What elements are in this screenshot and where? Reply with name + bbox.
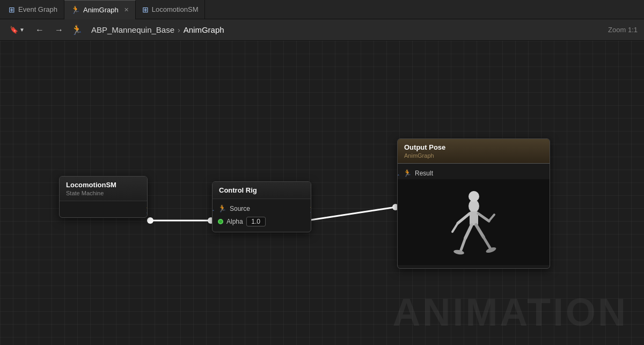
dropdown-arrow: ▼: [19, 27, 25, 33]
source-pin-label: Source: [230, 205, 250, 212]
result-in-connector: 🏃: [397, 169, 400, 178]
tab-bar: ⊞ Event Graph 🏃 AnimGraph ✕ ⊞ Locomotion…: [0, 0, 644, 19]
alpha-pin-label: Alpha: [226, 218, 243, 225]
source-pin-icon: 🏃: [218, 204, 226, 212]
output-pose-node-subtitle: AnimGraph: [404, 152, 543, 159]
anim-graph-icon: 🏃: [71, 5, 80, 14]
svg-line-16: [484, 237, 490, 248]
tab-anim-graph[interactable]: 🏃 AnimGraph ✕: [64, 0, 136, 19]
svg-line-13: [465, 225, 472, 238]
svg-point-7: [469, 191, 479, 202]
result-pin-label: Result: [415, 170, 433, 177]
result-pin-icon: 🏃: [403, 169, 412, 177]
alpha-value-input[interactable]: [246, 217, 266, 226]
breadcrumb-separator: ›: [178, 26, 180, 34]
source-in-connector: 🏃: [212, 204, 215, 213]
locomotion-pose-out-pin: 🏃: [144, 205, 148, 214]
locomotion-pose-icon: 🏃: [144, 205, 148, 214]
tab-locomotion-sm-label: LocomotionSM: [152, 5, 199, 13]
svg-line-14: [461, 238, 465, 250]
svg-line-15: [476, 225, 484, 237]
node-output-pose[interactable]: Output Pose AnimGraph 🏃 Result 🏃: [397, 138, 550, 269]
bookmark-dropdown[interactable]: 🔖 ▼: [6, 24, 28, 36]
svg-point-2: [147, 217, 153, 224]
control-rig-alpha-pin: Alpha: [213, 215, 311, 229]
zoom-label: Zoom 1:1: [608, 26, 638, 34]
locomotion-node-body: 🏃: [60, 201, 147, 217]
tab-anim-graph-label: AnimGraph: [83, 6, 119, 14]
source-out-connector: 🏃: [308, 204, 311, 213]
output-pose-node-title: Output Pose: [404, 143, 543, 151]
breadcrumb-root[interactable]: ABP_Mannequin_Base: [91, 25, 174, 34]
control-rig-node-header: Control Rig: [213, 182, 311, 199]
svg-line-10: [452, 223, 458, 232]
locomotion-node-subtitle: State Machine: [66, 190, 141, 196]
watermark: ANIMATION: [392, 290, 628, 334]
svg-line-11: [478, 214, 489, 221]
output-pose-node-header: Output Pose AnimGraph: [398, 139, 550, 164]
anim-graph-toolbar-icon: 🏃: [71, 24, 83, 36]
control-rig-source-pin: 🏃 Source 🏃 🏃: [213, 202, 311, 215]
svg-line-1: [307, 207, 396, 221]
svg-line-12: [489, 215, 494, 221]
breadcrumb: ABP_Mannequin_Base › AnimGraph: [91, 25, 224, 34]
control-rig-node-title: Control Rig: [219, 186, 304, 194]
back-icon: ←: [35, 25, 44, 35]
toolbar: 🔖 ▼ ← → 🏃 ABP_Mannequin_Base › AnimGraph…: [0, 19, 644, 41]
tab-event-graph-label: Event Graph: [18, 5, 57, 13]
alpha-pin-dot: [218, 219, 223, 224]
mannequin-preview: [398, 179, 550, 265]
breadcrumb-current: AnimGraph: [184, 25, 224, 34]
locomotion-node-title: LocomotionSM: [66, 181, 141, 189]
tab-locomotion-sm[interactable]: ⊞ LocomotionSM: [136, 0, 206, 19]
output-pose-node-body: 🏃 Result 🏃: [398, 164, 550, 268]
back-button[interactable]: ←: [32, 23, 47, 37]
bookmark-icon: 🔖: [10, 26, 18, 34]
svg-point-18: [453, 249, 464, 255]
control-rig-node-body: 🏃 Source 🏃 🏃 Alpha: [213, 199, 311, 232]
locomotion-sm-icon: ⊞: [142, 5, 149, 14]
tab-event-graph[interactable]: ⊞ Event Graph: [2, 0, 64, 19]
node-locomotion-sm[interactable]: LocomotionSM State Machine 🏃: [59, 176, 148, 218]
forward-icon: →: [55, 25, 63, 35]
mannequin-figure: [442, 185, 506, 260]
output-pose-result-pin: 🏃 Result 🏃: [398, 167, 550, 179]
forward-button[interactable]: →: [52, 23, 67, 37]
svg-line-9: [458, 214, 470, 223]
graph-canvas[interactable]: LocomotionSM State Machine 🏃 Control Rig…: [0, 41, 644, 345]
tab-close-button[interactable]: ✕: [124, 6, 129, 13]
node-control-rig[interactable]: Control Rig 🏃 Source 🏃 🏃 Alpha: [212, 181, 311, 232]
locomotion-node-header: LocomotionSM State Machine: [60, 177, 147, 201]
event-graph-icon: ⊞: [9, 5, 15, 14]
